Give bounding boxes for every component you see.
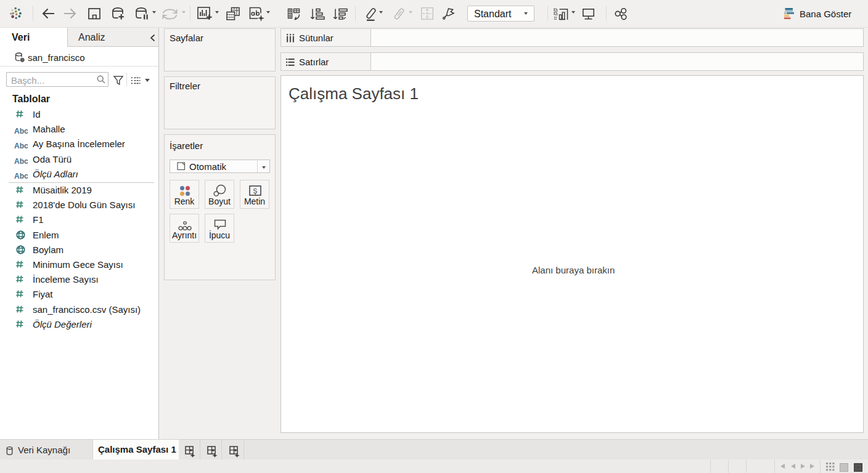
svg-text:Ş: Ş <box>253 188 258 195</box>
